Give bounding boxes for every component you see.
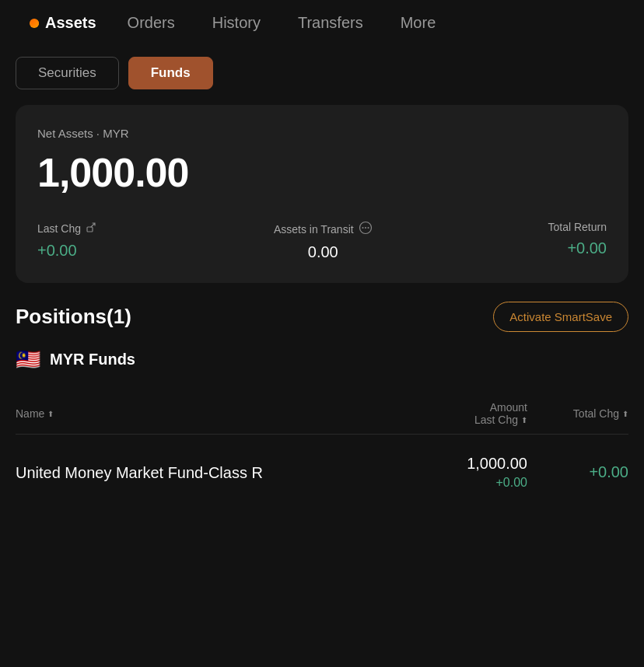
th-name[interactable]: Name ⬆ xyxy=(16,407,403,420)
net-assets-value: 1,000.00 xyxy=(37,149,607,196)
fund-name: United Money Market Fund-Class R xyxy=(16,462,403,484)
nav-assets-label: Assets xyxy=(45,14,96,32)
fund-group-name: MYR Funds xyxy=(50,351,135,368)
amount-sort-icon: ⬆ xyxy=(521,416,527,424)
fund-amount-sub: +0.00 xyxy=(496,476,527,490)
nav-item-assets[interactable]: Assets xyxy=(16,0,109,46)
stat-total-return-label: Total Return xyxy=(548,221,607,233)
export-icon xyxy=(86,221,98,236)
positions-title: Positions(1) xyxy=(16,305,131,329)
svg-point-4 xyxy=(367,227,369,229)
stat-last-chg-label: Last Chg xyxy=(37,221,98,236)
assets-dot-icon xyxy=(30,19,39,28)
svg-rect-0 xyxy=(87,227,93,232)
name-sort-icon: ⬆ xyxy=(47,410,54,418)
activate-smartsave-button[interactable]: Activate SmartSave xyxy=(493,302,628,332)
tab-securities[interactable]: Securities xyxy=(16,57,119,89)
net-assets-card: Net Assets · MYR 1,000.00 Last Chg +0.00… xyxy=(16,105,628,283)
top-navigation: Assets Orders History Transfers More xyxy=(0,0,644,46)
stats-row: Last Chg +0.00 Assets in Transit xyxy=(37,221,607,261)
th-total-chg[interactable]: Total Chg ⬆ xyxy=(527,407,628,420)
nav-transfers-label: Transfers xyxy=(298,14,363,32)
nav-item-orders[interactable]: Orders xyxy=(109,0,194,46)
fund-amount-col: 1,000.00 +0.00 xyxy=(403,455,527,490)
nav-item-history[interactable]: History xyxy=(194,0,279,46)
stat-transit-label: Assets in Transit xyxy=(274,221,373,237)
stat-transit-value: 0.00 xyxy=(274,243,373,261)
svg-point-2 xyxy=(362,227,363,229)
malaysia-flag-icon: 🇲🇾 xyxy=(16,347,40,372)
stat-last-chg-value: +0.00 xyxy=(37,242,98,260)
total-chg-sort-icon: ⬆ xyxy=(622,410,628,418)
sub-tabs-container: Securities Funds xyxy=(0,46,644,102)
nav-item-transfers[interactable]: Transfers xyxy=(279,0,382,46)
fund-amount-main: 1,000.00 xyxy=(467,455,527,473)
stat-last-chg: Last Chg +0.00 xyxy=(37,221,98,260)
fund-group-header: 🇲🇾 MYR Funds xyxy=(16,347,628,378)
net-assets-label: Net Assets · MYR xyxy=(37,127,607,140)
nav-history-label: History xyxy=(212,14,261,32)
positions-header: Positions(1) Activate SmartSave xyxy=(0,302,644,347)
stat-total-return: Total Return +0.00 xyxy=(548,221,607,257)
nav-item-more[interactable]: More xyxy=(382,0,455,46)
table-header-row: Name ⬆ Amount Last Chg ⬆ Total Chg ⬆ xyxy=(16,393,628,435)
stat-total-return-value: +0.00 xyxy=(548,239,607,257)
table-row[interactable]: United Money Market Fund-Class R 1,000.0… xyxy=(16,441,628,504)
fund-table: Name ⬆ Amount Last Chg ⬆ Total Chg ⬆ Uni… xyxy=(16,393,628,504)
nav-more-label: More xyxy=(401,14,436,32)
nav-orders-label: Orders xyxy=(128,14,175,32)
tab-funds[interactable]: Funds xyxy=(128,57,213,89)
svg-point-3 xyxy=(365,227,366,229)
stat-assets-in-transit: Assets in Transit 0.00 xyxy=(274,221,373,261)
th-amount-last-chg[interactable]: Amount Last Chg ⬆ xyxy=(403,401,527,426)
fund-total-chg: +0.00 xyxy=(527,463,628,481)
ellipsis-circle-icon xyxy=(359,221,373,237)
myr-fund-group: 🇲🇾 MYR Funds Name ⬆ Amount Last Chg ⬆ To… xyxy=(0,347,644,504)
